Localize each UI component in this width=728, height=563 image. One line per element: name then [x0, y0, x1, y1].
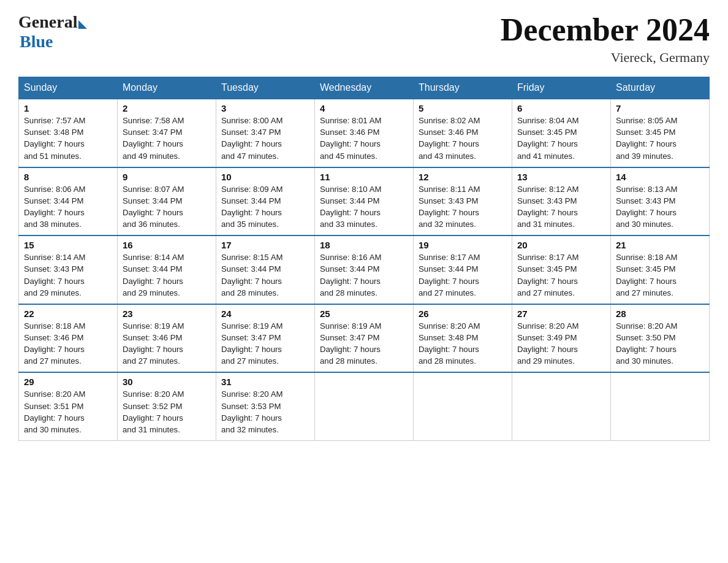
table-row: 28 Sunrise: 8:20 AMSunset: 3:50 PMDaylig…: [611, 304, 710, 373]
day-number: 22: [24, 308, 112, 319]
day-info: Sunrise: 8:13 AMSunset: 3:43 PMDaylight:…: [616, 185, 677, 229]
day-info: Sunrise: 8:17 AMSunset: 3:45 PMDaylight:…: [517, 253, 578, 297]
day-number: 6: [517, 103, 605, 113]
day-info: Sunrise: 8:20 AMSunset: 3:48 PMDaylight:…: [419, 321, 480, 366]
day-info: Sunrise: 8:19 AMSunset: 3:47 PMDaylight:…: [221, 321, 282, 366]
day-number: 8: [24, 172, 112, 182]
table-row: [414, 372, 512, 440]
col-saturday: Saturday: [611, 77, 710, 99]
day-number: 31: [221, 377, 309, 387]
day-info: Sunrise: 8:16 AMSunset: 3:44 PMDaylight:…: [320, 253, 381, 297]
day-info: Sunrise: 8:14 AMSunset: 3:44 PMDaylight:…: [123, 253, 184, 297]
calendar-week-3: 15 Sunrise: 8:14 AMSunset: 3:43 PMDaylig…: [19, 236, 710, 304]
day-number: 13: [517, 172, 605, 182]
day-number: 5: [419, 103, 507, 113]
day-info: Sunrise: 8:17 AMSunset: 3:44 PMDaylight:…: [419, 253, 480, 297]
day-info: Sunrise: 8:12 AMSunset: 3:43 PMDaylight:…: [517, 185, 578, 229]
day-number: 17: [221, 240, 309, 250]
day-number: 16: [123, 240, 211, 250]
table-row: 19 Sunrise: 8:17 AMSunset: 3:44 PMDaylig…: [414, 236, 512, 304]
table-row: 31 Sunrise: 8:20 AMSunset: 3:53 PMDaylig…: [216, 372, 315, 440]
table-row: 15 Sunrise: 8:14 AMSunset: 3:43 PMDaylig…: [19, 236, 118, 304]
day-info: Sunrise: 8:20 AMSunset: 3:53 PMDaylight:…: [221, 389, 282, 434]
day-number: 24: [221, 308, 309, 319]
table-row: 13 Sunrise: 8:12 AMSunset: 3:43 PMDaylig…: [512, 167, 611, 236]
day-info: Sunrise: 8:01 AMSunset: 3:46 PMDaylight:…: [320, 116, 381, 160]
table-row: 20 Sunrise: 8:17 AMSunset: 3:45 PMDaylig…: [512, 236, 611, 304]
calendar-week-1: 1 Sunrise: 7:57 AMSunset: 3:48 PMDayligh…: [19, 99, 710, 167]
table-row: 4 Sunrise: 8:01 AMSunset: 3:46 PMDayligh…: [315, 99, 414, 167]
day-number: 23: [123, 308, 211, 319]
day-number: 21: [616, 240, 704, 250]
day-number: 18: [320, 240, 408, 250]
col-sunday: Sunday: [19, 77, 118, 99]
day-number: 20: [517, 240, 605, 250]
table-row: 21 Sunrise: 8:18 AMSunset: 3:45 PMDaylig…: [611, 236, 710, 304]
table-row: 22 Sunrise: 8:18 AMSunset: 3:46 PMDaylig…: [19, 304, 118, 373]
day-info: Sunrise: 8:18 AMSunset: 3:45 PMDaylight:…: [616, 253, 677, 297]
day-number: 2: [123, 103, 211, 113]
col-friday: Friday: [512, 77, 611, 99]
day-number: 7: [616, 103, 704, 113]
day-info: Sunrise: 8:20 AMSunset: 3:52 PMDaylight:…: [123, 389, 184, 434]
table-row: 17 Sunrise: 8:15 AMSunset: 3:44 PMDaylig…: [216, 236, 315, 304]
table-row: 30 Sunrise: 8:20 AMSunset: 3:52 PMDaylig…: [118, 372, 216, 440]
table-row: [315, 372, 414, 440]
table-row: 1 Sunrise: 7:57 AMSunset: 3:48 PMDayligh…: [19, 99, 118, 167]
table-row: 24 Sunrise: 8:19 AMSunset: 3:47 PMDaylig…: [216, 304, 315, 373]
table-row: 23 Sunrise: 8:19 AMSunset: 3:46 PMDaylig…: [118, 304, 216, 373]
table-row: 26 Sunrise: 8:20 AMSunset: 3:48 PMDaylig…: [414, 304, 512, 373]
logo-general-text: General: [18, 12, 77, 32]
table-row: 3 Sunrise: 8:00 AMSunset: 3:47 PMDayligh…: [216, 99, 315, 167]
day-info: Sunrise: 7:57 AMSunset: 3:48 PMDaylight:…: [24, 116, 85, 160]
day-info: Sunrise: 7:58 AMSunset: 3:47 PMDaylight:…: [123, 116, 184, 160]
calendar-week-5: 29 Sunrise: 8:20 AMSunset: 3:51 PMDaylig…: [19, 372, 710, 440]
day-number: 25: [320, 308, 408, 319]
table-row: 16 Sunrise: 8:14 AMSunset: 3:44 PMDaylig…: [118, 236, 216, 304]
logo-blue-text: Blue: [20, 32, 53, 52]
table-row: 18 Sunrise: 8:16 AMSunset: 3:44 PMDaylig…: [315, 236, 414, 304]
table-row: 27 Sunrise: 8:20 AMSunset: 3:49 PMDaylig…: [512, 304, 611, 373]
table-row: 11 Sunrise: 8:10 AMSunset: 3:44 PMDaylig…: [315, 167, 414, 236]
table-row: 14 Sunrise: 8:13 AMSunset: 3:43 PMDaylig…: [611, 167, 710, 236]
calendar-header-row: Sunday Monday Tuesday Wednesday Thursday…: [19, 77, 710, 99]
table-row: [512, 372, 611, 440]
table-row: 7 Sunrise: 8:05 AMSunset: 3:45 PMDayligh…: [611, 99, 710, 167]
table-row: 8 Sunrise: 8:06 AMSunset: 3:44 PMDayligh…: [19, 167, 118, 236]
day-number: 26: [419, 308, 507, 319]
calendar-week-4: 22 Sunrise: 8:18 AMSunset: 3:46 PMDaylig…: [19, 304, 710, 373]
day-number: 14: [616, 172, 704, 182]
day-number: 19: [419, 240, 507, 250]
day-info: Sunrise: 8:02 AMSunset: 3:46 PMDaylight:…: [419, 116, 480, 160]
page-header: General Blue December 2024 Viereck, Germ…: [18, 12, 710, 66]
day-number: 3: [221, 103, 309, 113]
table-row: 2 Sunrise: 7:58 AMSunset: 3:47 PMDayligh…: [118, 99, 216, 167]
day-info: Sunrise: 8:04 AMSunset: 3:45 PMDaylight:…: [517, 116, 578, 160]
day-info: Sunrise: 8:18 AMSunset: 3:46 PMDaylight:…: [24, 321, 85, 366]
table-row: 12 Sunrise: 8:11 AMSunset: 3:43 PMDaylig…: [414, 167, 512, 236]
day-number: 4: [320, 103, 408, 113]
day-info: Sunrise: 8:05 AMSunset: 3:45 PMDaylight:…: [616, 116, 677, 160]
day-info: Sunrise: 8:20 AMSunset: 3:49 PMDaylight:…: [517, 321, 578, 366]
day-number: 9: [123, 172, 211, 182]
col-wednesday: Wednesday: [315, 77, 414, 99]
table-row: [611, 372, 710, 440]
day-number: 27: [517, 308, 605, 319]
month-title: December 2024: [501, 12, 710, 47]
day-info: Sunrise: 8:10 AMSunset: 3:44 PMDaylight:…: [320, 185, 381, 229]
day-number: 11: [320, 172, 408, 182]
day-info: Sunrise: 8:15 AMSunset: 3:44 PMDaylight:…: [221, 253, 282, 297]
logo: General Blue: [18, 12, 87, 52]
col-thursday: Thursday: [414, 77, 512, 99]
day-number: 28: [616, 308, 704, 319]
day-info: Sunrise: 8:14 AMSunset: 3:43 PMDaylight:…: [24, 253, 85, 297]
table-row: 25 Sunrise: 8:19 AMSunset: 3:47 PMDaylig…: [315, 304, 414, 373]
title-block: December 2024 Viereck, Germany: [501, 12, 710, 66]
day-number: 29: [24, 377, 112, 387]
table-row: 9 Sunrise: 8:07 AMSunset: 3:44 PMDayligh…: [118, 167, 216, 236]
table-row: 29 Sunrise: 8:20 AMSunset: 3:51 PMDaylig…: [19, 372, 118, 440]
location-label: Viereck, Germany: [501, 50, 710, 66]
day-info: Sunrise: 8:19 AMSunset: 3:46 PMDaylight:…: [123, 321, 184, 366]
table-row: 5 Sunrise: 8:02 AMSunset: 3:46 PMDayligh…: [414, 99, 512, 167]
day-info: Sunrise: 8:09 AMSunset: 3:44 PMDaylight:…: [221, 185, 282, 229]
